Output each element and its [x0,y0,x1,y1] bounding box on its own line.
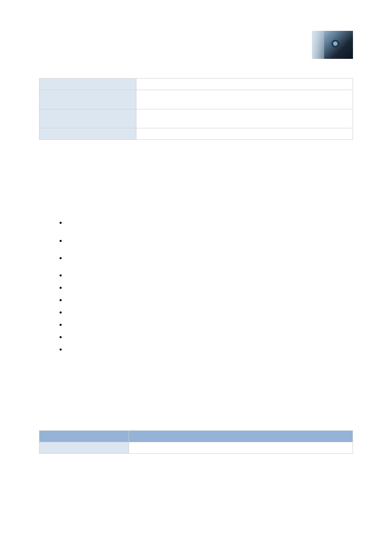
table-row [39,128,353,140]
logo-image [312,31,353,59]
list-item [60,309,353,317]
table-row [39,442,353,454]
table-value-cell [136,128,353,140]
page-container [0,0,392,454]
list-item [60,219,353,227]
table-row [39,79,353,90]
table-label-cell [39,128,136,140]
info-table-2 [39,430,353,454]
table-value-cell [136,90,353,109]
table-header-cell [129,431,353,442]
table-label-cell [39,442,129,454]
list-item [60,254,353,262]
spacer [39,31,353,78]
list-item [60,296,353,304]
table-value-cell [136,109,353,128]
table-value-cell [129,442,353,454]
table-row [39,90,353,109]
list-item [60,346,353,354]
table-label-cell [39,79,136,90]
list-item [60,237,353,245]
table-label-cell [39,90,136,109]
table-header-row [39,431,353,442]
table-row [39,109,353,128]
table-label-cell [39,109,136,128]
list-item [60,284,353,292]
info-table-1 [39,78,353,140]
list-item [60,333,353,341]
list-item [60,272,353,280]
list-item [60,321,353,329]
table-value-cell [136,79,353,90]
table-header-cell [39,431,129,442]
bullet-list [60,219,353,354]
